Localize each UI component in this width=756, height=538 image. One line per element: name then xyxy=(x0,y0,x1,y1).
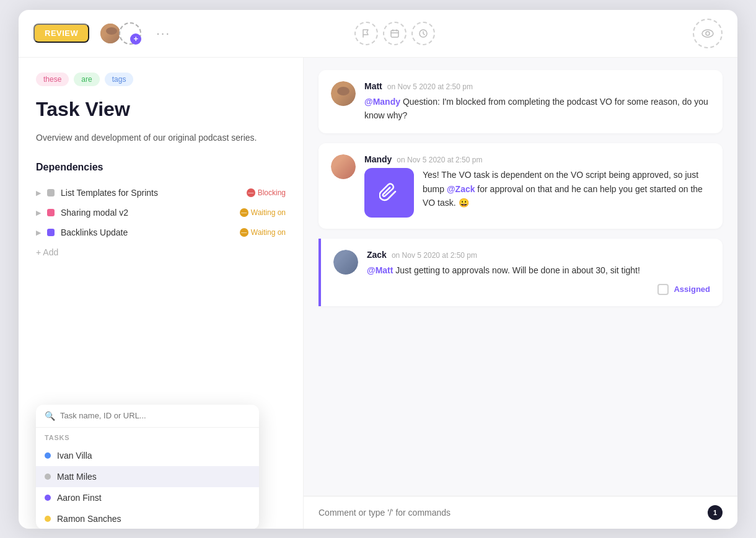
more-options-button[interactable]: ··· xyxy=(156,26,170,40)
comment-zack: Zack on Nov 5 2020 at 2:50 pm @Matt Just… xyxy=(319,239,723,306)
clock-button[interactable] xyxy=(411,22,435,45)
eye-icon xyxy=(701,29,714,38)
mention-matt: @Matt xyxy=(367,265,393,275)
dep-status-2: — Waiting on xyxy=(240,208,286,217)
dropdown-item-0[interactable]: Ivan Villa xyxy=(36,445,259,466)
avatar-group: + xyxy=(99,22,141,45)
comment-with-attachment: Yes! The VO task is dependent on the VO … xyxy=(364,168,710,218)
avatar-zack xyxy=(333,250,358,275)
dep-name-2: Sharing modal v2 xyxy=(61,208,234,218)
dependencies-title: Dependencies xyxy=(36,162,286,173)
comment-author-mandy: Mandy xyxy=(364,154,392,164)
task-title: Task View xyxy=(36,97,286,121)
item-dot-3 xyxy=(45,516,51,522)
item-label-0: Ivan Villa xyxy=(57,451,92,461)
comment-body-mandy: Mandy on Nov 5 2020 at 2:50 pm Yes! The … xyxy=(364,154,710,218)
comment-text-mandy: Yes! The VO task is dependent on the VO … xyxy=(423,168,710,218)
dropdown-item-2[interactable]: Aaron Finst xyxy=(36,487,259,508)
svg-point-2 xyxy=(702,30,713,37)
dropdown-item-3[interactable]: Ramon Sanches xyxy=(36,508,259,529)
comment-author-matt: Matt xyxy=(364,81,382,91)
mention-zack: @Zack xyxy=(447,184,475,194)
add-member-button[interactable]: + xyxy=(119,22,141,45)
item-dot-0 xyxy=(45,452,51,459)
dependency-item-1: ▶ List Templates for Sprints — Blocking xyxy=(36,183,286,203)
dropdown-search-row: 🔍 xyxy=(36,405,259,428)
waiting-icon-2: — xyxy=(240,208,248,217)
comment-header-mandy: Mandy on Nov 5 2020 at 2:50 pm xyxy=(364,154,710,164)
avatar-mandy xyxy=(331,154,356,179)
mention-mandy: @Mandy xyxy=(364,97,400,107)
toolbar: REVIEW + ··· xyxy=(19,10,737,58)
comment-header-zack: Zack on Nov 5 2020 at 2:50 pm xyxy=(367,250,710,260)
tag-these[interactable]: these xyxy=(36,73,69,86)
assigned-row: Assigned xyxy=(367,284,710,295)
comment-body-matt: Matt on Nov 5 2020 at 2:50 pm @Mandy Que… xyxy=(364,81,710,123)
comment-author-zack: Zack xyxy=(367,250,387,260)
comment-input-area: 1 xyxy=(304,496,737,529)
assigned-checkbox[interactable] xyxy=(657,284,669,295)
item-label-1: Matt Miles xyxy=(57,472,97,482)
attachment-thumbnail[interactable] xyxy=(364,168,414,218)
left-panel: these are tags Task View Overview and de… xyxy=(19,58,304,529)
task-search-dropdown: 🔍 TASKS Ivan Villa Matt Miles Aaron Fins… xyxy=(36,405,259,529)
add-dependency-link[interactable]: + Add xyxy=(36,247,286,257)
expand-arrow-3[interactable]: ▶ xyxy=(36,229,41,237)
comment-mandy: Mandy on Nov 5 2020 at 2:50 pm Yes! The … xyxy=(319,143,723,229)
comment-text-zack: @Matt Just getting to approvals now. Wil… xyxy=(367,263,710,277)
main-content: these are tags Task View Overview and de… xyxy=(19,58,737,529)
comment-time-matt: on Nov 5 2020 at 2:50 pm xyxy=(387,82,473,91)
clock-icon xyxy=(418,29,428,38)
dropdown-item-1[interactable]: Matt Miles xyxy=(36,466,259,487)
eye-button[interactable] xyxy=(693,19,723,48)
svg-rect-0 xyxy=(391,30,398,37)
dep-status-3: — Waiting on xyxy=(240,228,286,237)
comment-input[interactable] xyxy=(319,508,703,518)
item-dot-2 xyxy=(45,495,51,501)
task-description: Overview and development of our original… xyxy=(36,131,286,144)
waiting-icon-3: — xyxy=(240,228,248,237)
flag-icon xyxy=(361,29,371,38)
item-dot-1 xyxy=(45,474,51,480)
comments-area: Matt on Nov 5 2020 at 2:50 pm @Mandy Que… xyxy=(304,58,737,496)
avatar-matt xyxy=(331,81,356,106)
tag-tags[interactable]: tags xyxy=(105,73,134,86)
dep-dot-1 xyxy=(47,189,55,196)
calendar-button[interactable] xyxy=(383,22,407,45)
comment-text-matt: @Mandy Question: I'm blocked from comple… xyxy=(364,95,710,123)
svg-point-3 xyxy=(706,32,710,35)
comment-matt: Matt on Nov 5 2020 at 2:50 pm @Mandy Que… xyxy=(319,70,723,134)
toolbar-icons xyxy=(354,22,435,45)
task-search-input[interactable] xyxy=(60,411,250,420)
right-panel: Matt on Nov 5 2020 at 2:50 pm @Mandy Que… xyxy=(304,58,737,529)
flag-button[interactable] xyxy=(354,22,378,45)
dependency-item-2: ▶ Sharing modal v2 — Waiting on xyxy=(36,203,286,223)
calendar-icon xyxy=(390,29,400,38)
paperclip-icon xyxy=(379,183,399,203)
comment-time-zack: on Nov 5 2020 at 2:50 pm xyxy=(392,251,477,260)
expand-arrow-2[interactable]: ▶ xyxy=(36,209,41,217)
dependency-item-3: ▶ Backlinks Update — Waiting on xyxy=(36,223,286,242)
dep-name-3: Backlinks Update xyxy=(61,227,234,237)
app-container: REVIEW + ··· xyxy=(19,10,737,529)
add-icon: + xyxy=(130,33,141,45)
item-label-3: Ramon Sanches xyxy=(57,514,121,524)
item-label-2: Aaron Finst xyxy=(57,493,102,503)
review-badge[interactable]: REVIEW xyxy=(33,24,89,43)
dep-dot-2 xyxy=(47,209,55,216)
comment-body-zack: Zack on Nov 5 2020 at 2:50 pm @Matt Just… xyxy=(367,250,710,294)
dep-dot-3 xyxy=(47,229,55,236)
dep-name-1: List Templates for Sprints xyxy=(61,188,240,198)
dep-status-1: — Blocking xyxy=(247,188,286,197)
search-icon: 🔍 xyxy=(45,411,55,421)
tags-row: these are tags xyxy=(36,73,286,86)
tag-are[interactable]: are xyxy=(74,73,99,86)
expand-arrow-1[interactable]: ▶ xyxy=(36,189,41,197)
notification-badge: 1 xyxy=(708,505,723,520)
blocking-icon: — xyxy=(247,188,255,197)
user-avatar xyxy=(99,22,121,45)
comment-header-matt: Matt on Nov 5 2020 at 2:50 pm xyxy=(364,81,710,91)
dropdown-section-label: TASKS xyxy=(36,428,259,445)
assigned-label: Assigned xyxy=(674,284,710,294)
comment-time-mandy: on Nov 5 2020 at 2:50 pm xyxy=(397,156,482,164)
